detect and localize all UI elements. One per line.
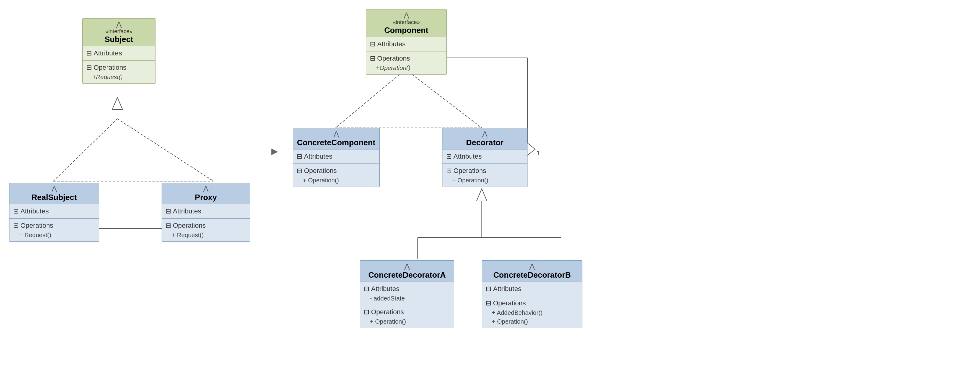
concrete-component-attributes-section: ⊟ Attributes [293,149,379,164]
decorator-operations-collapse-icon: ⊟ [446,167,452,175]
decorator-attributes-label: Attributes [453,152,482,160]
subject-name: Subject [86,35,152,44]
decorator-operations-section: ⊟ Operations + Operation() [442,164,527,187]
subject-operations-header: ⊟ Operations [86,62,151,73]
real-subject-operation-1: + Request() [13,231,95,240]
component-stereotype: «interface» [369,19,443,25]
concrete-component-operation-1: + Operation() [297,176,375,185]
concrete-decorator-b-operations-collapse-icon: ⊟ [486,299,491,307]
concrete-decorator-a-attributes-collapse-icon: ⊟ [364,285,369,293]
concrete-decorator-b-chevron: ⋀ [485,263,579,271]
component-attributes-label: Attributes [377,40,406,48]
component-chevron: ⋀ [369,11,443,19]
subject-attributes-section: ⊟ Attributes [83,46,155,60]
concrete-component-operations-collapse-icon: ⊟ [297,167,302,175]
concrete-component-name: ConcreteComponent [296,138,376,147]
proxy-operation-1: + Request() [165,231,246,240]
subject-operation-1: +Request() [86,73,151,82]
component-name: Component [369,25,443,35]
concrete-component-chevron: ⋀ [296,130,376,138]
concrete-decorator-a-added-state: - addedState [364,294,450,303]
real-subject-chevron: ⋀ [13,185,96,193]
concrete-decorator-a-attributes-header: ⊟ Attributes [364,284,450,294]
concrete-decorator-a-operations-header: ⊟ Operations [364,307,450,317]
component-operation-1: +Operation() [370,63,443,73]
concrete-decorator-b-operations-section: ⊟ Operations + AddedBehavior() + Operati… [482,296,582,328]
proxy-attributes-header: ⊟ Attributes [165,206,246,217]
decorator-operation-1: + Operation() [446,176,523,185]
concrete-component-attributes-collapse-icon: ⊟ [297,152,302,160]
proxy-operations-header: ⊟ Operations [165,220,246,231]
real-subject-header: ⋀ RealSubject [10,183,99,204]
subject-attributes-collapse-icon: ⊟ [86,49,92,57]
component-operations-label: Operations [377,54,410,62]
concrete-decorator-b-operation-1: + AddedBehavior() [486,309,578,317]
concrete-decorator-b-operations-label: Operations [493,299,526,307]
svg-line-6 [336,70,406,128]
decorator-attributes-section: ⊟ Attributes [442,149,527,164]
real-subject-class-box: ⋀ RealSubject ⊟ Attributes ⊟ Operations … [9,183,99,242]
proxy-attributes-label: Attributes [173,207,201,215]
subject-chevron: ⋀ [86,21,152,28]
subject-header: ⋀ «interface» Subject [83,19,155,46]
concrete-decorator-a-chevron: ⋀ [363,263,451,271]
proxy-operations-label: Operations [173,222,206,229]
subject-attributes-header: ⊟ Attributes [86,48,151,59]
decorator-class-box: ⋀ Decorator ⊟ Attributes ⊟ Operations + … [442,128,528,187]
concrete-decorator-a-class-box: ⋀ ConcreteDecoratorA ⊟ Attributes - adde… [360,260,454,328]
component-class-box: ⋀ «interface» Component ⊟ Attributes ⊟ O… [366,9,447,74]
real-subject-operations-collapse-icon: ⊟ [13,222,19,229]
real-subject-attributes-section: ⊟ Attributes [10,204,99,218]
svg-marker-3 [112,97,123,109]
decorator-attributes-collapse-icon: ⊟ [446,152,452,160]
concrete-component-class-box: ⋀ ConcreteComponent ⊟ Attributes ⊟ Opera… [293,128,380,187]
concrete-decorator-b-attributes-section: ⊟ Attributes [482,282,582,296]
concrete-decorator-b-attributes-header: ⊟ Attributes [486,284,578,294]
concrete-component-operations-section: ⊟ Operations + Operation() [293,164,379,187]
subject-class-box: ⋀ «interface» Subject ⊟ Attributes ⊟ Ope… [82,18,156,84]
decorator-operations-header: ⊟ Operations [446,166,523,176]
concrete-component-header: ⋀ ConcreteComponent [293,128,379,149]
concrete-decorator-b-header: ⋀ ConcreteDecoratorB [482,261,582,282]
concrete-decorator-b-attributes-collapse-icon: ⊟ [486,285,491,293]
svg-text:1: 1 [537,149,540,157]
decorator-operations-label: Operations [453,167,486,175]
real-subject-attributes-header: ⊟ Attributes [13,206,95,217]
proxy-chevron: ⋀ [165,185,247,193]
component-header: ⋀ «interface» Component [366,9,446,37]
component-operations-header: ⊟ Operations [370,53,443,63]
concrete-decorator-b-operations-header: ⊟ Operations [486,298,578,309]
real-subject-attributes-collapse-icon: ⊟ [13,207,19,215]
proxy-class-box: ⋀ Proxy ⊟ Attributes ⊟ Operations + Requ… [162,183,250,242]
diagram-container: * 1 ⋀ «interface» Subject ⊟ Attributes [0,0,980,383]
real-subject-operations-label: Operations [21,222,53,229]
decorator-attributes-header: ⊟ Attributes [446,151,523,161]
real-subject-operations-header: ⊟ Operations [13,220,95,231]
proxy-operations-collapse-icon: ⊟ [165,222,171,229]
subject-stereotype: «interface» [86,28,152,35]
concrete-component-operations-label: Operations [304,167,337,175]
concrete-component-operations-header: ⊟ Operations [297,166,375,176]
real-subject-operations-section: ⊟ Operations + Request() [10,218,99,241]
concrete-decorator-b-attributes-label: Attributes [493,285,522,293]
concrete-decorator-b-class-box: ⋀ ConcreteDecoratorB ⊟ Attributes ⊟ Oper… [482,260,582,328]
concrete-decorator-a-attributes-label: Attributes [371,285,399,293]
svg-line-0 [53,119,118,181]
component-attributes-section: ⊟ Attributes [366,37,446,51]
decorator-name: Decorator [445,138,524,147]
proxy-attributes-section: ⊟ Attributes [162,204,250,218]
concrete-decorator-a-attributes-section: ⊟ Attributes - addedState [360,282,454,305]
concrete-decorator-a-operations-collapse-icon: ⊟ [364,308,369,316]
subject-operations-section: ⊟ Operations +Request() [83,60,155,84]
svg-marker-20 [477,189,487,201]
concrete-component-attributes-header: ⊟ Attributes [297,151,375,161]
concrete-decorator-b-name: ConcreteDecoratorB [485,271,579,280]
concrete-decorator-a-header: ⋀ ConcreteDecoratorA [360,261,454,282]
proxy-operations-section: ⊟ Operations + Request() [162,218,250,241]
proxy-attributes-collapse-icon: ⊟ [165,207,171,215]
component-attributes-header: ⊟ Attributes [370,39,443,49]
subject-operations-collapse-icon: ⊟ [86,63,92,71]
concrete-decorator-a-name: ConcreteDecoratorA [363,271,451,280]
component-operations-collapse-icon: ⊟ [370,54,375,62]
decorator-chevron: ⋀ [445,130,524,138]
